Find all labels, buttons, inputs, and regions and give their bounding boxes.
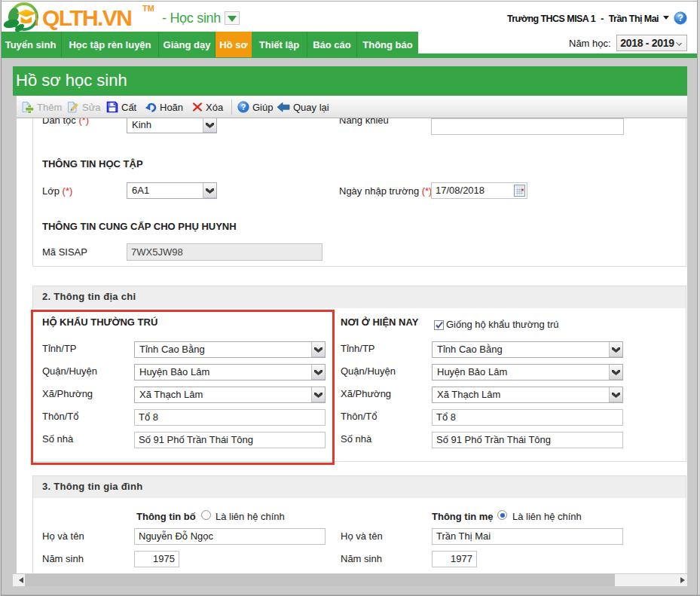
svg-text:?: ?	[241, 102, 246, 112]
svg-text:?: ?	[678, 13, 683, 23]
